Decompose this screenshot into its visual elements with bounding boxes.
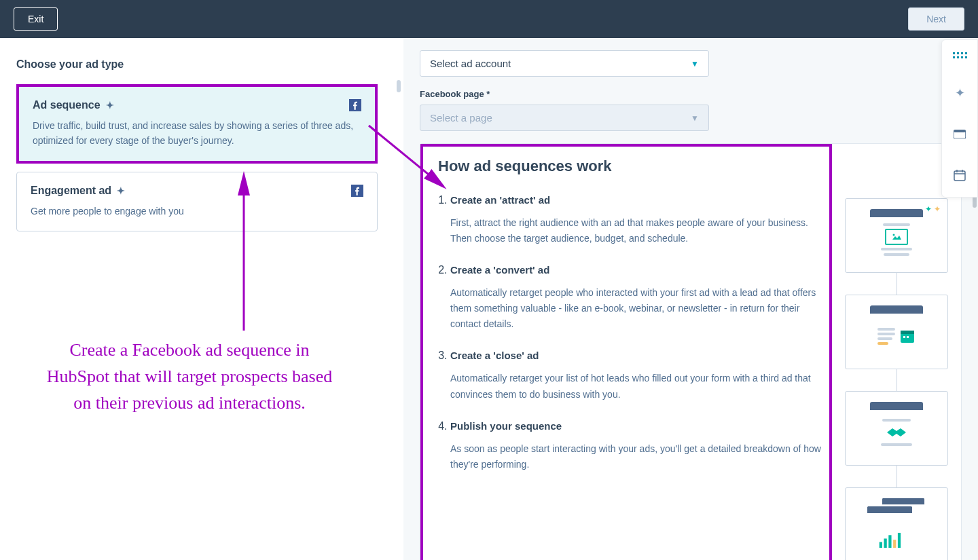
- right-panel: Select ad account ▼ Facebook page * Sele…: [403, 38, 978, 560]
- sparkle-icon[interactable]: ✦: [955, 86, 965, 100]
- calendar-icon: [899, 328, 916, 344]
- step-item: Publish your sequence As soon as people …: [450, 420, 822, 472]
- info-illustrations: ✦: [832, 144, 961, 560]
- svg-point-3: [893, 234, 895, 236]
- svg-marker-2: [892, 236, 901, 240]
- info-title: How ad sequences work: [438, 157, 822, 175]
- step-item: Create a 'convert' ad Automatically reta…: [450, 264, 822, 332]
- svg-rect-9: [954, 130, 966, 132]
- illustration-attract: ✦: [845, 198, 948, 273]
- svg-rect-5: [901, 331, 914, 334]
- exit-button[interactable]: Exit: [14, 7, 58, 31]
- svg-rect-7: [907, 336, 909, 338]
- ad-type-card-engagement[interactable]: Engagement ad ✦ Get more people to engag…: [16, 172, 378, 231]
- calendar-icon[interactable]: [954, 169, 966, 185]
- image-icon: [885, 229, 908, 245]
- illustration-publish: [845, 487, 948, 560]
- info-panel: How ad sequences work Create an 'attract…: [420, 143, 962, 560]
- handshake-icon: [884, 424, 909, 441]
- card-desc: Get more people to engage with you: [31, 204, 363, 219]
- annotation-arrow-diag: [365, 122, 454, 200]
- select-placeholder: Select ad account: [430, 58, 511, 69]
- info-text-area: How ad sequences work Create an 'attract…: [420, 144, 832, 560]
- section-title: Choose your ad type: [16, 58, 378, 71]
- illustration-close: [845, 391, 948, 466]
- illustration-convert: [845, 295, 948, 369]
- card-title-text: Engagement ad: [31, 185, 111, 197]
- facebook-page-select[interactable]: Select a page ▼: [420, 105, 709, 131]
- facebook-icon: [349, 99, 361, 111]
- facebook-icon: [351, 185, 363, 197]
- step-item: Create a 'close' ad Automatically retarg…: [450, 350, 822, 402]
- content: Choose your ad type Ad sequence ✦ Drive …: [0, 38, 978, 560]
- apps-grid-icon[interactable]: [953, 52, 967, 58]
- svg-rect-10: [954, 171, 965, 181]
- annotation-arrow-up: [234, 178, 254, 337]
- stars-icon: ✦: [925, 204, 941, 214]
- left-panel: Choose your ad type Ad sequence ✦ Drive …: [0, 38, 394, 560]
- left-scrollbar[interactable]: [394, 38, 403, 560]
- ad-account-select[interactable]: Select ad account ▼: [420, 50, 709, 77]
- card-desc: Drive traffic, build trust, and increase…: [33, 118, 361, 149]
- caret-down-icon: ▼: [691, 59, 699, 69]
- floating-toolbar: ✦: [941, 39, 978, 198]
- ad-type-card-sequence[interactable]: Ad sequence ✦ Drive traffic, build trust…: [16, 84, 378, 164]
- inbox-icon[interactable]: [954, 128, 966, 142]
- card-title-text: Ad sequence: [33, 99, 101, 111]
- facebook-page-label: Facebook page *: [420, 89, 962, 99]
- svg-line-15: [369, 126, 443, 187]
- top-bar: Exit Next: [0, 0, 978, 38]
- step-item: Create an 'attract' ad First, attract th…: [450, 194, 822, 246]
- sparkle-icon: ✦: [117, 185, 125, 196]
- steps-list: Create an 'attract' ad First, attract th…: [438, 194, 822, 472]
- svg-rect-6: [903, 336, 905, 338]
- next-button[interactable]: Next: [908, 7, 964, 31]
- sparkle-icon: ✦: [106, 100, 114, 111]
- caret-down-icon: ▼: [691, 113, 699, 123]
- annotation-text: Create a Facebook ad sequence in HubSpot…: [37, 337, 342, 416]
